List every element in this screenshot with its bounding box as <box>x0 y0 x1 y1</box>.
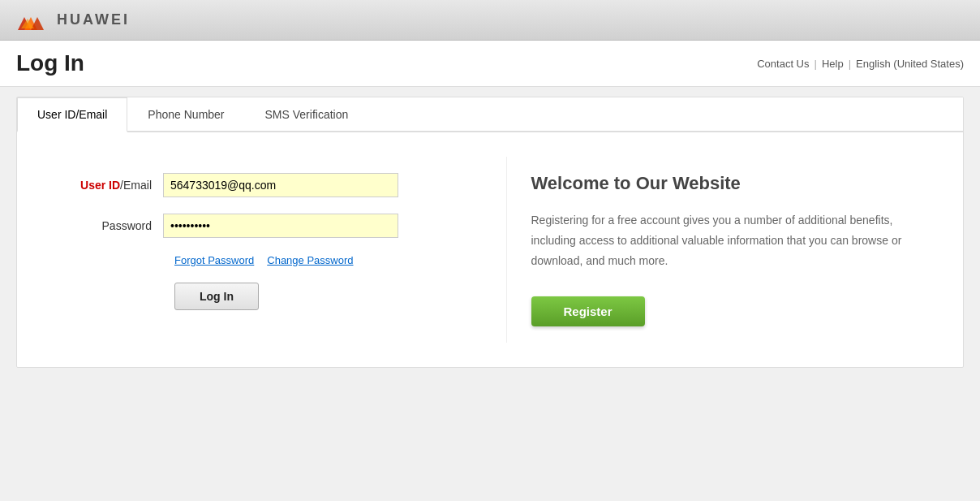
welcome-description: Registering for a free account gives you… <box>531 210 923 272</box>
logo-area: HUAWEI <box>13 7 130 33</box>
page-title: Log In <box>16 50 84 76</box>
welcome-title: Welcome to Our Website <box>531 173 923 194</box>
header-links: Contact Us | Help | English (United Stat… <box>757 58 964 70</box>
user-id-row: User ID/Email <box>58 173 449 197</box>
login-button[interactable]: Log In <box>174 283 259 310</box>
password-links-row: Forgot Password Change Password <box>174 254 449 266</box>
page-title-bar: Log In Contact Us | Help | English (Unit… <box>0 41 980 87</box>
password-input[interactable] <box>163 214 398 238</box>
huawei-logo-icon <box>13 7 52 33</box>
logo-text: HUAWEI <box>57 11 130 28</box>
tab-user-id-email[interactable]: User ID/Email <box>17 97 127 132</box>
user-id-label: User ID/Email <box>58 179 163 192</box>
login-button-row: Log In <box>174 283 449 310</box>
welcome-section: Welcome to Our Website Registering for a… <box>506 157 948 343</box>
tab-phone-number[interactable]: Phone Number <box>127 97 244 132</box>
user-id-required-marker: User ID <box>80 179 120 192</box>
register-button[interactable]: Register <box>531 296 645 326</box>
forgot-password-link[interactable]: Forgot Password <box>174 254 254 266</box>
content-area: User ID/Email Password Forgot Password C… <box>17 132 963 367</box>
change-password-link[interactable]: Change Password <box>267 254 353 266</box>
main-container: User ID/Email Phone Number SMS Verificat… <box>16 97 964 368</box>
password-label: Password <box>58 219 163 232</box>
sep1: | <box>815 58 817 70</box>
language-selector[interactable]: English (United States) <box>856 58 964 70</box>
user-id-input[interactable] <box>163 173 398 197</box>
sep2: | <box>849 58 851 70</box>
login-form-section: User ID/Email Password Forgot Password C… <box>33 157 474 343</box>
top-header: HUAWEI <box>0 0 980 41</box>
help-link[interactable]: Help <box>822 58 844 70</box>
contact-us-link[interactable]: Contact Us <box>757 58 809 70</box>
user-id-label-text: /Email <box>120 179 152 192</box>
tab-bar: User ID/Email Phone Number SMS Verificat… <box>17 97 963 132</box>
password-row: Password <box>58 214 449 238</box>
tab-sms-verification[interactable]: SMS Verification <box>245 97 369 132</box>
